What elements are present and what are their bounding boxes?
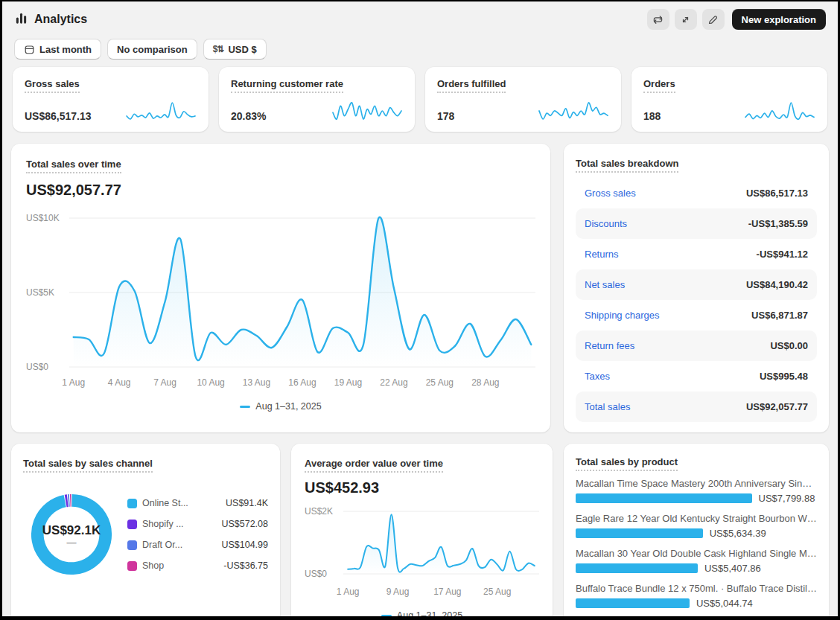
legend-item[interactable]: Shopify ... US$572.08 [127,519,268,529]
legend-item[interactable]: Online St... US$91.4K [127,498,268,508]
card-title[interactable]: Total sales by sales channel [23,458,153,473]
breakdown-row[interactable]: Net sales US$84,190.42 [576,269,817,300]
legend-label: Aug 1–31, 2025 [255,401,321,412]
breakdown-row[interactable]: Discounts -US$1,385.59 [576,208,817,239]
channel-legend: Online St... US$91.4K Shopify ... US$572… [127,498,268,571]
card-title[interactable]: Total sales over time [26,159,121,173]
y-axis-label: US$0 [305,569,327,579]
product-name: Macallan 30 Year Old Double Cask Highlan… [576,548,817,559]
sparkline-chart [125,100,197,122]
legend-swatch [127,540,137,550]
kpi-label: Orders fulfilled [437,78,506,93]
kpi-card-gross-sales[interactable]: Gross sales US$86,517.13 [13,67,209,132]
x-axis-label: 1 Aug [337,587,360,597]
breakdown-row[interactable]: Return fees US$0.00 [576,330,817,361]
currency-filter[interactable]: $⇅ USD $ [203,39,267,60]
top-bar: Analytics New exploration [11,6,829,33]
edit-button[interactable] [702,9,725,30]
product-bar [576,598,690,608]
kpi-value: US$86,517.13 [25,110,92,122]
refresh-icon [652,13,664,26]
new-exploration-button[interactable]: New exploration [732,9,826,30]
breakdown-row[interactable]: Shipping charges US$6,871.87 [576,300,817,330]
sparkline-chart [331,100,403,122]
kpi-card-orders[interactable]: Orders 188 [631,67,827,132]
x-axis-label: 25 Aug [483,587,511,597]
aov-value: US$452.93 [305,479,539,496]
product-item[interactable]: Macallan Time Space Mastery 200th Annive… [576,478,817,504]
card-title[interactable]: Total sales by product [576,456,678,471]
breakdown-value: US$6,871.87 [751,310,808,321]
legend-item[interactable]: Shop -US$36.75 [127,560,268,571]
date-range-filter[interactable]: Last month [14,39,101,60]
breakdown-value: US$0.00 [770,340,808,351]
breakdown-link[interactable]: Returns [585,249,619,260]
product-item[interactable]: Macallan 30 Year Old Double Cask Highlan… [576,548,817,574]
legend-item[interactable]: Draft Or... US$104.99 [127,540,268,550]
product-value: US$5,634.39 [710,528,766,539]
breakdown-value: -US$941.12 [757,249,808,260]
breakdown-row[interactable]: Gross sales US$86,517.13 [576,178,817,208]
card-title[interactable]: Average order value over time [305,458,443,473]
product-bar [576,563,698,573]
x-axis-label: 17 Aug [433,587,461,597]
breakdown-link[interactable]: Shipping charges [585,310,659,321]
card-title[interactable]: Total sales breakdown [576,158,678,173]
kpi-card-orders-fulfilled[interactable]: Orders fulfilled 178 [425,67,621,132]
total-sales-line-chart[interactable] [69,211,535,371]
product-item[interactable]: Eagle Rare 12 Year Old Kentucky Straight… [576,513,817,539]
x-axis-label: 7 Aug [153,377,176,388]
channel-value: US$572.08 [221,519,268,529]
product-name: Buffalo Trace Bundle 12 x 750ml. · Buffa… [576,583,817,594]
y-axis-label: US$5K [26,287,54,298]
x-axis: 1 Aug9 Aug17 Aug25 Aug [343,587,539,598]
kpi-value: 20.83% [231,110,266,122]
breakdown-value: US$995.48 [760,371,808,382]
analytics-logo-icon [14,11,28,28]
breakdown-link[interactable]: Discounts [585,218,627,229]
kpi-card-returning-customer-rate[interactable]: Returning customer rate 20.83% [219,67,415,132]
total-sales-breakdown-card: Total sales breakdown Gross sales US$86,… [564,144,829,432]
product-value: US$5,044.74 [696,598,753,609]
channel-label: Shop [142,560,218,571]
y-axis-label: US$2K [305,506,333,517]
aov-line-chart[interactable] [343,505,539,580]
bottom-row: Total sales by sales channel US$92.1K — … [11,444,829,620]
currency-exchange-icon: $⇅ [213,44,224,54]
product-bar [576,528,703,538]
y-axis-label: US$0 [26,362,48,372]
x-axis-label: 28 Aug [471,377,499,388]
x-axis-label: 4 Aug [108,377,131,388]
channel-donut-chart[interactable]: US$92.1K — [28,490,115,578]
product-list: Macallan Time Space Mastery 200th Annive… [576,478,817,609]
breakdown-link[interactable]: Gross sales [585,188,636,199]
calendar-icon [24,44,35,55]
kpi-label: Returning customer rate [231,78,343,93]
channel-value: -US$36.75 [223,560,268,571]
breakdown-link[interactable]: Net sales [585,279,625,290]
breakdown-link[interactable]: Total sales [585,401,630,412]
breakdown-value: -US$1,385.59 [748,218,808,229]
breakdown-row[interactable]: Total sales US$92,057.77 [576,392,817,422]
x-axis-label: 22 Aug [380,377,407,388]
breakdown-link[interactable]: Return fees [585,340,634,351]
breakdown-value: US$84,190.42 [746,279,808,290]
sparkline-chart [744,100,815,122]
channel-value: US$104.99 [221,540,268,550]
chart-legend: Aug 1–31, 2025 [26,401,535,412]
channel-value: US$91.4K [226,498,268,508]
x-axis-label: 10 Aug [197,377,224,388]
expand-button[interactable] [675,9,697,30]
product-value: US$7,799.88 [759,493,815,504]
kpi-value: 178 [437,110,454,122]
comparison-filter[interactable]: No comparison [107,39,197,60]
product-item[interactable]: Buffalo Trace Bundle 12 x 750ml. · Buffa… [576,583,817,609]
breakdown-row[interactable]: Returns -US$941.12 [576,239,817,269]
breakdown-link[interactable]: Taxes [585,371,610,382]
channel-label: Online St... [142,498,220,508]
product-name: Macallan Time Space Mastery 200th Annive… [576,478,817,489]
breakdown-row[interactable]: Taxes US$995.48 [576,361,817,392]
refresh-button[interactable] [647,9,669,30]
x-axis: 1 Aug4 Aug7 Aug10 Aug13 Aug16 Aug19 Aug2… [69,377,535,389]
product-name: Eagle Rare 12 Year Old Kentucky Straight… [576,513,817,524]
